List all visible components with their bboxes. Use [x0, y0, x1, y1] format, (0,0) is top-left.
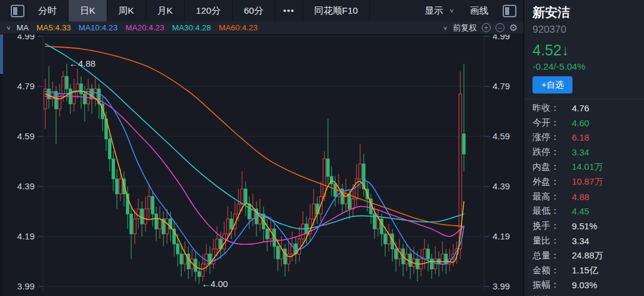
- collapse-left-panel-button[interactable]: [0, 0, 26, 21]
- y-tick-label: 3.99: [493, 281, 510, 291]
- period-tab-bar: 分时日K周K月K120分60分•••同花顺F10 显示 ∨ 画线: [0, 0, 524, 22]
- price-change: -0.24/-5.04%: [532, 61, 586, 72]
- stat-value: 4.60: [572, 118, 589, 128]
- stat-row: 跌停：3.34: [532, 145, 640, 160]
- ma-line-MA5: [45, 91, 464, 269]
- stat-row: 量比：3.34: [532, 233, 640, 248]
- stat-value: 3.34: [572, 236, 589, 246]
- tab-strip: 分时日K周K月K120分60分•••同花顺F10: [26, 0, 369, 21]
- stat-label: 涨停：: [532, 132, 572, 143]
- stat-value: 3.34: [572, 147, 589, 157]
- y-tick-label: 4.79: [17, 81, 35, 91]
- stock-name: 新安洁: [532, 4, 570, 21]
- tab-日K[interactable]: 日K: [68, 0, 107, 21]
- stat-value: 10.87万: [572, 176, 603, 188]
- stat-value: 9.51%: [572, 221, 597, 231]
- stat-value: 24.88万: [572, 250, 603, 261]
- stat-value: 4.76: [572, 103, 589, 113]
- stat-label: 换手：: [532, 220, 572, 232]
- stat-row: 总量：24.88万: [532, 248, 640, 263]
- stat-value: 14.01万: [572, 161, 603, 173]
- stat-label: 最高：: [532, 191, 572, 202]
- ma-line-MA10: [45, 91, 464, 264]
- tab-•••[interactable]: •••: [275, 0, 302, 21]
- ma-value: MA20:4.23: [125, 23, 164, 32]
- stat-row: 振幅：9.03%: [532, 278, 640, 293]
- stock-code: 920370: [532, 24, 566, 36]
- draw-line-button[interactable]: 画线: [470, 5, 488, 17]
- chevron-down-icon[interactable]: ∨: [449, 7, 454, 14]
- tab-60分[interactable]: 60分: [232, 0, 275, 21]
- collapse-right-panel-button[interactable]: [503, 5, 516, 17]
- quote-stats: 昨收：4.76今开：4.60涨停：6.18跌停：3.34内盘：14.01万外盘：…: [532, 101, 640, 296]
- y-tick-label: 4.39: [493, 181, 510, 191]
- display-menu-button[interactable]: 显示: [425, 5, 443, 17]
- stat-row: 金额：1.15亿: [532, 263, 640, 278]
- ma-group-label[interactable]: MA: [17, 23, 29, 32]
- price-annotation: ←4.88: [69, 58, 95, 68]
- stat-row: 涨停：6.18: [532, 130, 640, 145]
- ma-value: MA10:4.23: [79, 23, 117, 32]
- divider: [524, 99, 644, 99]
- chevron-down-icon[interactable]: ∨: [442, 24, 448, 31]
- stat-label: 外盘：: [532, 176, 572, 188]
- kline-chart[interactable]: 4.994.994.794.794.594.594.394.394.194.19…: [0, 35, 524, 296]
- chart-controls: ∨ 前复权 + − ⚙: [442, 23, 524, 33]
- panel-toggle-icon: [11, 5, 24, 17]
- tab-同花顺F10[interactable]: 同花顺F10: [302, 0, 369, 21]
- stat-value: 4.88: [572, 192, 589, 202]
- stat-label: 今开：: [532, 117, 572, 129]
- zoom-out-button[interactable]: −: [496, 23, 504, 32]
- stat-label: 金额：: [532, 265, 572, 276]
- tab-周K[interactable]: 周K: [107, 0, 145, 21]
- stat-label: 量比：: [532, 235, 572, 247]
- tab-bar-right-controls: 显示 ∨ 画线: [425, 0, 524, 21]
- stat-value: 9.03%: [572, 280, 597, 290]
- y-tick-label: 4.39: [17, 181, 35, 191]
- stat-value: 6.18: [572, 132, 589, 142]
- tab-月K[interactable]: 月K: [145, 0, 184, 21]
- ma-line-MA20: [45, 96, 464, 244]
- chevron-down-icon[interactable]: ∨: [6, 24, 11, 31]
- stat-label: 昨收：: [532, 102, 572, 114]
- zoom-in-button[interactable]: +: [482, 23, 491, 32]
- stat-row: 内盘：14.01万: [532, 160, 640, 175]
- tab-分时[interactable]: 分时: [26, 0, 68, 21]
- price-annotation: ←4.00: [202, 279, 228, 289]
- stat-label: 振幅：: [532, 279, 572, 291]
- stat-row: 外盘：10.87万: [532, 175, 640, 189]
- candles: [44, 64, 466, 284]
- y-tick-label: 3.99: [17, 281, 35, 291]
- ma-values: ∨ MA MA5:4.33MA10:4.23MA20:4.23MA30:4.28…: [0, 23, 258, 32]
- stat-row: 今开：4.60: [532, 116, 640, 130]
- y-tick-label: 4.59: [493, 131, 510, 141]
- stat-value: 1.15亿: [572, 265, 598, 276]
- add-watchlist-button[interactable]: +自选: [532, 76, 572, 94]
- candlestick-canvas[interactable]: 4.994.994.794.794.594.594.394.394.194.19…: [0, 35, 524, 296]
- ma-indicator-bar: ∨ MA MA5:4.33MA10:4.23MA20:4.23MA30:4.28…: [0, 21, 524, 35]
- stat-row: 最高：4.88: [532, 189, 640, 204]
- adjust-mode-selector[interactable]: 前复权: [453, 23, 477, 33]
- stat-label: 总量：: [532, 250, 572, 261]
- stat-row: 换手：9.51%: [532, 219, 640, 233]
- stat-label: 最低：: [532, 205, 572, 217]
- current-price: 4.52↓: [532, 42, 569, 59]
- stat-row: 昨收：4.76: [532, 101, 640, 116]
- y-tick-label: 4.59: [17, 131, 35, 141]
- y-tick-label: 4.99: [493, 35, 510, 41]
- tab-120分[interactable]: 120分: [184, 0, 232, 21]
- stat-row: 均价：4.64: [532, 292, 640, 296]
- stat-row: 最低：4.45: [532, 204, 640, 219]
- y-tick-label: 4.19: [17, 231, 35, 241]
- tab-bar-spacer: [369, 0, 425, 21]
- quote-panel: 新安洁 920370 4.52↓ -0.24/-5.04% +自选 昨收：4.7…: [524, 0, 644, 296]
- y-tick-label: 4.99: [17, 35, 35, 41]
- stat-label: 跌停：: [532, 147, 572, 158]
- stat-value: 4.45: [572, 206, 589, 216]
- ma-value: MA60:4.23: [219, 23, 258, 32]
- ma-value: MA30:4.28: [172, 23, 210, 32]
- stat-label: 内盘：: [532, 161, 572, 173]
- settings-gear-icon[interactable]: ⚙: [509, 23, 518, 33]
- ma-value: MA5:4.33: [36, 23, 71, 32]
- y-tick-label: 4.79: [493, 81, 510, 91]
